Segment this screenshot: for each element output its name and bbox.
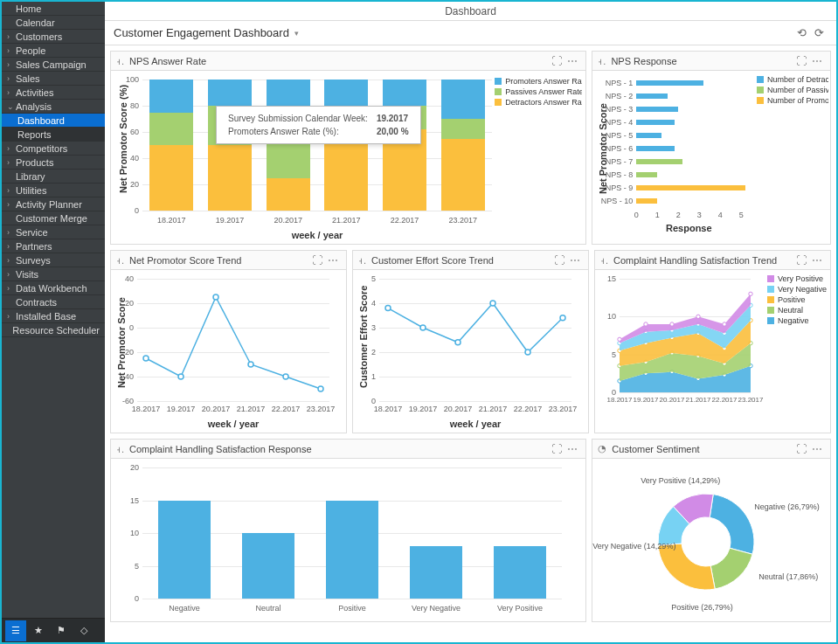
sidebar-item-customer-merge[interactable]: Customer Merge — [2, 211, 105, 225]
expand-icon[interactable]: ⛶ — [793, 254, 809, 267]
sidebar-item-products[interactable]: ›Products — [2, 156, 105, 170]
sidebar-subitem-dashboard[interactable]: Dashboard — [2, 114, 105, 128]
expand-icon[interactable]: ⛶ — [793, 443, 809, 455]
chart-icon: ⫞. — [116, 255, 124, 266]
more-icon[interactable]: ⋯ — [567, 254, 583, 267]
sidebar-item-competitors[interactable]: ›Competitors — [2, 142, 105, 156]
panel-ces-trend: ⫞. Customer Effort Score Trend ⛶ ⋯ 01234… — [352, 250, 589, 433]
panel-title: NPS Response — [611, 56, 793, 66]
sidebar-subitem-reports[interactable]: Reports — [2, 128, 105, 142]
panel-complaint-trend: ⫞. Complaint Handling Satisfaction Trend… — [594, 250, 831, 433]
chevron-down-icon[interactable]: ▾ — [294, 29, 299, 38]
more-icon[interactable]: ⋯ — [325, 254, 341, 267]
sidebar-item-label: Service — [16, 227, 48, 238]
sidebar-item-data-workbench[interactable]: ›Data Workbench — [2, 281, 105, 295]
sidebar-item-sales[interactable]: ›Sales — [2, 72, 105, 86]
svg-point-4 — [283, 374, 288, 379]
sidebar-item-label: Customer Merge — [16, 213, 87, 224]
sidebar-item-sales-campaign[interactable]: ›Sales Campaign — [2, 58, 105, 72]
sidebar-item-visits[interactable]: ›Visits — [2, 267, 105, 281]
favorites-button[interactable]: ★ — [28, 620, 49, 641]
more-icon[interactable]: ⋯ — [564, 55, 580, 67]
svg-point-5 — [318, 386, 323, 391]
sidebar-item-calendar[interactable]: Calendar — [2, 16, 105, 30]
dashboard-title[interactable]: Customer Engagement Dashboard — [114, 26, 289, 39]
svg-point-7 — [420, 325, 426, 330]
sidebar-item-home[interactable]: Home — [2, 2, 105, 16]
sidebar-item-partners[interactable]: ›Partners — [2, 239, 105, 253]
sidebar-item-library[interactable]: Library — [2, 170, 105, 184]
dashboard-header: Customer Engagement Dashboard ▾ ⟲ ⟳ — [105, 21, 836, 45]
svg-point-10 — [525, 350, 530, 355]
expand-icon[interactable]: ⛶ — [793, 55, 809, 67]
sidebar-item-surveys[interactable]: ›Surveys — [2, 253, 105, 267]
sidebar-item-label: People — [16, 45, 45, 56]
panel-customer-sentiment: ◔ Customer Sentiment ⛶ ⋯ Very Positive (… — [592, 439, 831, 622]
refresh-icon[interactable]: ⟲ — [793, 24, 810, 42]
svg-point-40 — [723, 322, 726, 326]
more-icon[interactable]: ⋯ — [564, 443, 580, 455]
sidebar-item-utilities[interactable]: ›Utilities — [2, 184, 105, 197]
sidebar-item-label: Activities — [16, 87, 53, 98]
sidebar-item-people[interactable]: ›People — [2, 44, 105, 58]
expand-icon[interactable]: ⛶ — [549, 55, 564, 67]
expand-icon[interactable]: ⛶ — [309, 254, 325, 267]
sidebar-item-label: Library — [16, 171, 45, 182]
expand-icon[interactable]: ⛶ — [549, 443, 564, 455]
sidebar-item-label: Sales — [16, 73, 40, 84]
svg-point-0 — [143, 356, 149, 361]
expand-icon[interactable]: ⛶ — [551, 254, 567, 267]
sidebar-item-label: Contracts — [16, 297, 57, 308]
chart-icon: ⫞. — [358, 255, 366, 266]
sidebar-item-activity-planner[interactable]: ›Activity Planner — [2, 197, 105, 211]
sidebar-list: HomeCalendar›Customers›People›Sales Camp… — [2, 2, 105, 618]
sidebar-item-customers[interactable]: ›Customers — [2, 30, 105, 44]
pie-icon: ◔ — [598, 443, 606, 454]
sidebar-item-service[interactable]: ›Service — [2, 225, 105, 239]
sidebar-item-label: Customers — [16, 31, 62, 42]
sidebar-item-label: Data Workbench — [16, 283, 87, 294]
sidebar-item-activities[interactable]: ›Activities — [2, 86, 105, 100]
flag-button[interactable]: ⚑ — [51, 620, 72, 641]
panel-title: NPS Answer Rate — [129, 56, 549, 66]
svg-point-8 — [455, 340, 461, 345]
svg-point-41 — [749, 292, 752, 295]
panel-title: Customer Sentiment — [612, 444, 793, 454]
svg-point-9 — [490, 301, 495, 306]
tag-button[interactable]: ◇ — [73, 620, 94, 641]
sidebar-item-contracts[interactable]: Contracts — [2, 295, 105, 309]
more-icon[interactable]: ⋯ — [809, 55, 825, 67]
more-icon[interactable]: ⋯ — [809, 254, 825, 267]
sidebar-item-label: Visits — [16, 269, 38, 280]
svg-point-2 — [213, 294, 218, 300]
svg-point-1 — [178, 374, 184, 379]
sidebar-item-label: Sales Campaign — [16, 59, 87, 70]
dashboard-area: ⫞. NPS Answer Rate ⛶ ⋯ 02040608010018.20… — [105, 45, 836, 642]
chart-icon: ⫞. — [116, 444, 124, 454]
svg-point-36 — [618, 337, 621, 341]
svg-point-39 — [696, 315, 700, 318]
panel-title: Customer Effort Score Trend — [371, 255, 551, 266]
menu-button[interactable]: ☰ — [5, 620, 26, 641]
panel-complaint-response: ⫞. Complaint Handling Satisfaction Respo… — [110, 439, 586, 622]
more-icon[interactable]: ⋯ — [809, 443, 825, 455]
svg-point-38 — [670, 322, 674, 326]
settings-icon[interactable]: ⟳ — [810, 24, 828, 42]
panel-title: Complaint Handling Satisfaction Response — [129, 444, 549, 454]
sidebar-item-analysis[interactable]: ⌄Analysis — [2, 100, 105, 114]
sidebar-item-label: Utilities — [16, 185, 46, 196]
chart-icon: ⫞. — [598, 56, 606, 66]
svg-point-37 — [644, 322, 648, 326]
sidebar-item-label: Partners — [16, 241, 52, 252]
sidebar-item-label: Activity Planner — [16, 199, 82, 210]
content: Dashboard Customer Engagement Dashboard … — [105, 2, 836, 642]
panel-nps-trend: ⫞. Net Promotor Score Trend ⛶ ⋯ -60-40-2… — [110, 250, 347, 433]
sidebar-item-label: Home — [16, 3, 41, 14]
top-bar: Dashboard — [105, 2, 836, 21]
sidebar-item-label: Competitors — [16, 143, 67, 154]
panel-title: Net Promotor Score Trend — [129, 255, 309, 266]
sidebar-footer: ☰ ★ ⚑ ◇ — [2, 618, 105, 642]
sidebar-item-installed-base[interactable]: ›Installed Base — [2, 309, 105, 323]
sidebar-item-label: Resource Scheduler — [12, 325, 100, 336]
sidebar-item-resource-scheduler[interactable]: Resource Scheduler — [2, 323, 105, 337]
